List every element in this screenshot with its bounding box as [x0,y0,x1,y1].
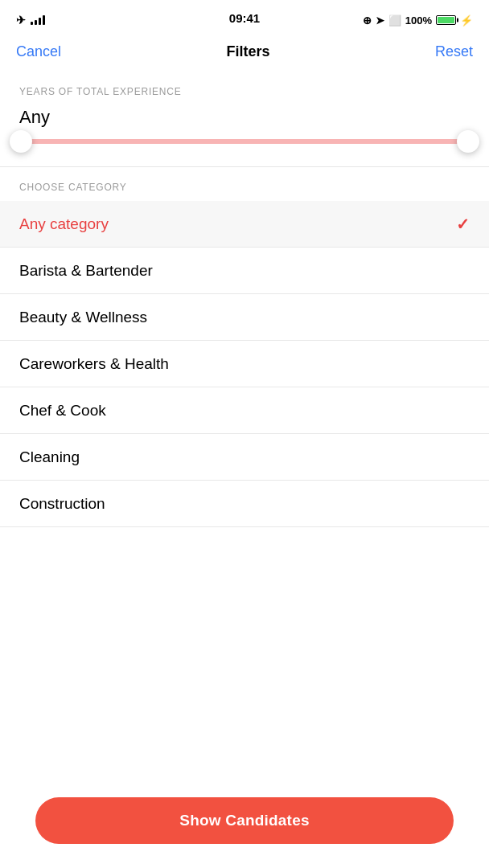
category-item[interactable]: Beauty & Wellness [0,294,489,341]
signal-icon [31,15,45,25]
status-right: ⊕ ➤ ⬜ 100% ⚡ [363,14,473,27]
slider-thumb-right[interactable] [457,130,479,153]
status-bar: ✈ 09:41 ⊕ ➤ ⬜ 100% ⚡ [0,0,489,35]
slider-fill [19,139,470,144]
status-time: 09:41 [229,11,260,25]
battery-percent: 100% [405,14,432,27]
category-item-label: Any category [19,215,109,233]
location-icon: ⊕ [363,14,372,27]
category-list: Any category✓Barista & BartenderBeauty &… [0,201,489,527]
category-item[interactable]: Careworkers & Health [0,341,489,387]
category-item-label: Construction [19,495,105,513]
category-item[interactable]: Barista & Bartender [0,248,489,294]
charging-icon: ⚡ [460,14,473,27]
button-container: Show Candidates [35,797,454,844]
nav-bar: Cancel Filters Reset [0,35,489,72]
reset-button[interactable]: Reset [435,43,473,60]
checkmark-icon: ✓ [456,215,470,234]
battery-icon [436,15,456,25]
slider-thumb-left[interactable] [10,130,32,153]
category-section: CHOOSE CATEGORY Any category✓Barista & B… [0,166,489,527]
show-candidates-button[interactable]: Show Candidates [35,797,454,844]
category-item[interactable]: Cleaning [0,434,489,481]
category-item-label: Careworkers & Health [19,355,169,373]
category-item-label: Barista & Bartender [19,262,153,280]
category-section-label: CHOOSE CATEGORY [0,167,489,201]
category-item[interactable]: Chef & Cook [0,387,489,434]
category-item-label: Beauty & Wellness [19,309,147,326]
cancel-button[interactable]: Cancel [16,43,61,60]
airplane-icon: ✈ [16,14,26,27]
status-left: ✈ [16,14,45,27]
category-item-label: Cleaning [19,448,80,466]
experience-section-label: YEARS OF TOTAL EXPERIENCE [0,72,489,105]
category-item[interactable]: Construction [0,481,489,527]
category-item[interactable]: Any category✓ [0,201,489,248]
slider-track [19,139,470,144]
experience-slider[interactable] [0,139,489,144]
navigation-icon: ➤ [376,14,384,27]
experience-value: Any [0,105,489,139]
page-title: Filters [226,43,269,60]
screen-icon: ⬜ [388,14,401,27]
category-item-label: Chef & Cook [19,402,106,420]
